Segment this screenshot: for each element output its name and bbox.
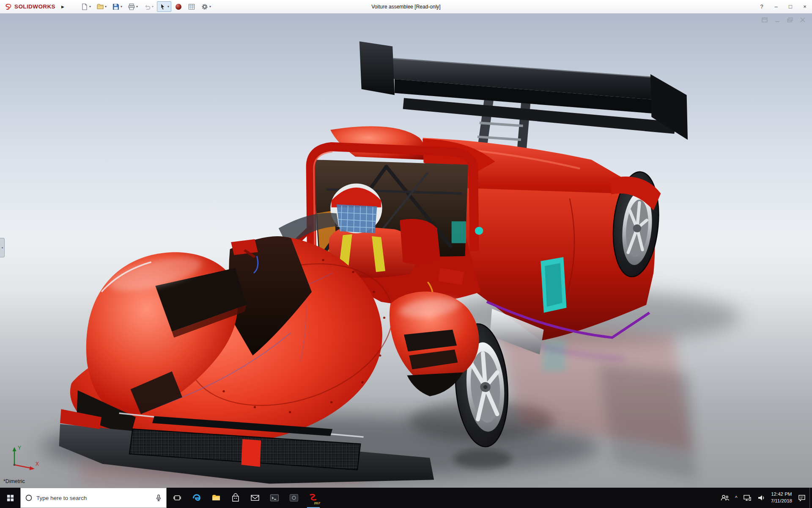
minimize-button[interactable]: – xyxy=(769,0,783,14)
close-button[interactable]: × xyxy=(798,0,812,14)
select-dropdown[interactable]: ▾ xyxy=(167,5,169,8)
3d-model-race-car[interactable] xyxy=(0,14,812,488)
console-button[interactable] xyxy=(265,488,284,508)
solidworks-taskbar-button[interactable]: 2017 xyxy=(304,488,323,508)
help-button[interactable]: ? xyxy=(754,0,769,14)
hidden-icons-button[interactable]: ^ xyxy=(735,495,738,501)
taskbar-search-input[interactable]: Type here to search xyxy=(20,488,167,508)
show-desktop-button[interactable] xyxy=(809,488,812,508)
maximize-button[interactable]: □ xyxy=(783,0,798,14)
taskbar-app-icons: 2017 xyxy=(167,488,323,508)
open-folder-icon xyxy=(96,3,104,11)
dark-app-icon xyxy=(289,494,299,502)
view-orientation-label: *Dimetric xyxy=(3,478,25,484)
triad-y-label: Y xyxy=(18,445,21,451)
file-explorer-icon xyxy=(211,493,221,502)
gear-icon xyxy=(201,3,208,11)
undo-dropdown[interactable]: ▾ xyxy=(152,5,154,8)
windows-taskbar: Type here to search xyxy=(0,488,812,508)
title-bar: SOLIDWORKS ▶ ▾ ▾ ▾ xyxy=(0,0,812,14)
microphone-icon[interactable] xyxy=(155,494,162,502)
action-center-button[interactable] xyxy=(798,494,806,502)
save-floppy-icon xyxy=(112,3,120,11)
apply-scene-button[interactable] xyxy=(173,1,184,12)
file-explorer-button[interactable] xyxy=(206,488,226,508)
options-button[interactable]: ▾ xyxy=(199,1,213,12)
people-icon xyxy=(720,494,730,502)
search-placeholder-text: Type here to search xyxy=(36,495,87,501)
cortana-circle-icon xyxy=(25,494,33,502)
system-tray: ^ 12:42 PM 7/11/2018 xyxy=(716,488,809,508)
open-dropdown[interactable]: ▾ xyxy=(105,5,107,8)
graphics-area[interactable]: ◄ Y X *Dimetric xyxy=(0,14,812,488)
volume-button[interactable] xyxy=(757,494,765,502)
featuremanager-flyout-handle[interactable]: ◄ xyxy=(0,238,5,257)
document-window-controls xyxy=(761,17,806,23)
console-icon xyxy=(270,494,279,502)
triad-x-label: X xyxy=(36,461,39,467)
dassault-swirl-icon xyxy=(4,3,13,11)
edge-button[interactable] xyxy=(187,488,206,508)
undo-icon xyxy=(143,3,151,11)
select-cursor-icon xyxy=(159,3,167,11)
logo-text: SOLIDWORKS xyxy=(14,3,55,10)
people-button[interactable] xyxy=(720,494,730,502)
new-document-dropdown[interactable]: ▾ xyxy=(89,5,91,8)
doc-window-restore-button[interactable] xyxy=(787,17,793,23)
undo-button[interactable]: ▾ xyxy=(141,1,156,12)
print-dropdown[interactable]: ▾ xyxy=(136,5,138,8)
taskbar-clock[interactable]: 12:42 PM 7/11/2018 xyxy=(771,491,792,504)
open-button[interactable]: ▾ xyxy=(94,1,109,12)
mail-button[interactable] xyxy=(245,488,265,508)
task-view-icon xyxy=(173,494,181,502)
network-icon xyxy=(743,494,752,502)
network-button[interactable] xyxy=(743,494,752,502)
select-button[interactable]: ▾ xyxy=(157,1,171,12)
apply-scene-sphere-icon xyxy=(175,3,182,11)
clock-date: 7/11/2018 xyxy=(771,498,792,505)
dark-app-button[interactable] xyxy=(284,488,304,508)
new-document-icon xyxy=(81,3,88,11)
flyout-handle-arrow-icon: ◄ xyxy=(1,246,3,249)
store-bag-icon xyxy=(231,493,240,502)
task-view-button[interactable] xyxy=(167,488,187,508)
design-table-button[interactable] xyxy=(186,1,198,12)
edge-icon xyxy=(192,493,201,502)
save-dropdown[interactable]: ▾ xyxy=(121,5,122,8)
window-controls: ? – □ × xyxy=(754,0,812,13)
document-title: Voiture assemblee [Read-only] xyxy=(371,4,440,10)
print-button[interactable]: ▾ xyxy=(126,1,140,12)
windows-logo-icon xyxy=(6,494,14,502)
quick-access-toolbar: ▾ ▾ ▾ ▾ xyxy=(79,1,213,12)
clock-time: 12:42 PM xyxy=(771,491,792,498)
speaker-icon xyxy=(757,494,765,502)
start-button[interactable] xyxy=(0,488,20,508)
solidworks-version-badge: 2017 xyxy=(314,502,320,505)
print-icon xyxy=(128,3,135,11)
solidworks-logo: SOLIDWORKS xyxy=(0,3,58,11)
save-button[interactable]: ▾ xyxy=(110,1,124,12)
options-dropdown[interactable]: ▾ xyxy=(209,5,211,8)
reference-triad: Y X xyxy=(7,444,42,473)
menu-flyout-arrow[interactable]: ▶ xyxy=(58,5,68,9)
store-button[interactable] xyxy=(226,488,245,508)
doc-window-close-button[interactable] xyxy=(799,17,806,23)
action-center-icon xyxy=(798,494,806,502)
doc-window-minimize-button[interactable] xyxy=(774,17,781,23)
new-document-button[interactable]: ▾ xyxy=(79,1,93,12)
doc-window-dock-button[interactable] xyxy=(761,17,768,23)
mail-envelope-icon xyxy=(250,494,260,502)
design-table-icon xyxy=(188,3,195,11)
